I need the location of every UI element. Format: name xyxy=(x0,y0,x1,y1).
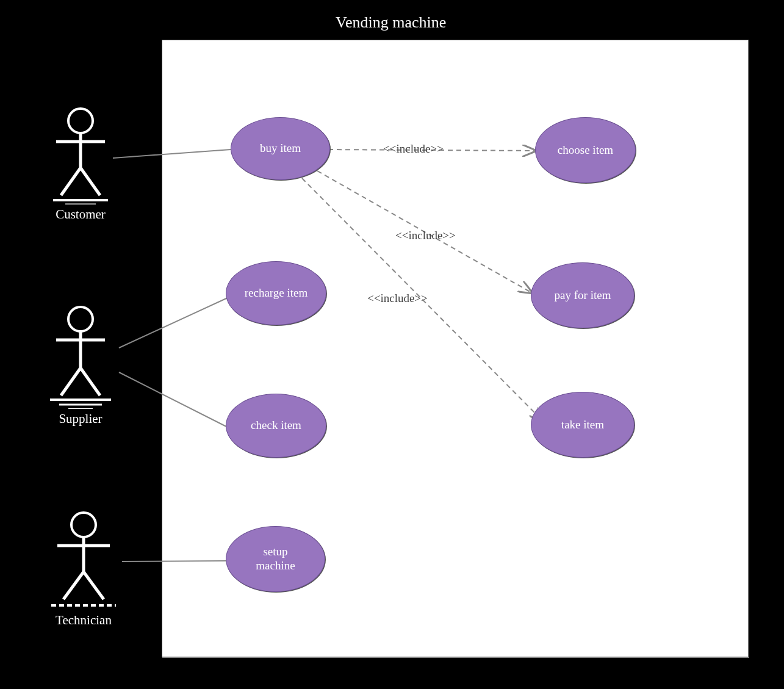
svg-point-7 xyxy=(68,307,93,331)
usecase-label: recharge item xyxy=(245,286,308,300)
svg-line-10 xyxy=(61,368,81,395)
usecase-setup-machine: setup machine xyxy=(226,526,325,592)
actor-icon xyxy=(44,508,123,610)
actor-customer: Customer xyxy=(44,104,117,222)
actor-icon xyxy=(44,302,117,409)
actor-supplier: Supplier xyxy=(44,302,117,427)
actor-supplier-label: Supplier xyxy=(44,411,117,427)
usecase-label: choose item xyxy=(558,143,613,157)
include-label-3: <<include>> xyxy=(367,292,428,305)
actor-customer-label: Customer xyxy=(44,207,117,222)
svg-point-0 xyxy=(68,109,93,133)
usecase-label: check item xyxy=(251,419,301,433)
actor-icon xyxy=(44,104,117,204)
svg-line-19 xyxy=(84,572,104,599)
actor-technician-label: Technician xyxy=(44,613,123,628)
diagram-canvas: Vending machine choose item --> pay for … xyxy=(0,0,784,689)
actor-technician: Technician xyxy=(44,508,123,628)
usecase-take-item: take item xyxy=(531,392,635,458)
usecase-buy-item: buy item xyxy=(231,117,330,180)
usecase-label: take item xyxy=(561,418,604,432)
usecase-label: buy item xyxy=(260,142,301,156)
svg-line-3 xyxy=(61,168,81,195)
usecase-check-item: check item xyxy=(226,394,326,458)
svg-line-4 xyxy=(81,168,100,195)
usecase-label: setup machine xyxy=(256,545,295,573)
usecase-recharge-item: recharge item xyxy=(226,261,326,325)
svg-line-18 xyxy=(63,572,84,599)
include-label-2: <<include>> xyxy=(395,229,456,242)
include-label-1: <<include>> xyxy=(383,142,444,156)
usecase-label: pay for item xyxy=(555,289,611,303)
svg-point-15 xyxy=(71,513,96,537)
svg-line-11 xyxy=(81,368,100,395)
usecase-pay-for-item: pay for item xyxy=(531,262,635,328)
usecase-choose-item: choose item xyxy=(535,117,636,183)
system-label: Vending machine xyxy=(336,13,446,32)
